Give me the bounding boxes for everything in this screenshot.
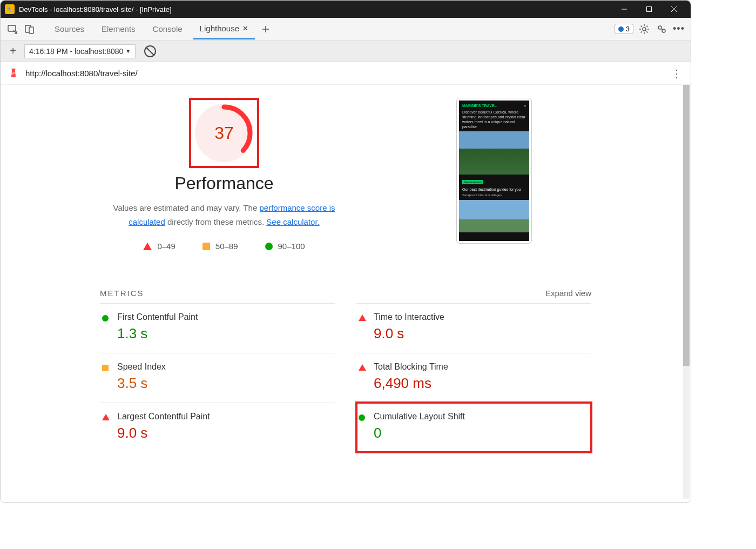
metric-value: 9.0 s xyxy=(117,425,333,441)
metric-value: 0 xyxy=(374,425,589,441)
performance-gauge: 37 xyxy=(195,104,253,162)
devtools-app-icon: 🔧 xyxy=(5,4,15,14)
close-button[interactable] xyxy=(662,1,686,18)
metrics-label: METRICS xyxy=(100,289,144,298)
tab-lighthouse[interactable]: Lighthouse ✕ xyxy=(193,18,255,39)
gear-icon xyxy=(639,24,650,35)
performance-score: 37 xyxy=(214,123,234,143)
more-horizontal-icon: ••• xyxy=(673,23,685,35)
legend-average: 50–89 xyxy=(202,242,238,251)
tab-console[interactable]: Console xyxy=(146,18,189,39)
thumb-secondary-image xyxy=(459,200,529,232)
metric-value: 3.5 s xyxy=(117,375,333,392)
minimize-button[interactable] xyxy=(612,1,637,18)
svg-point-9 xyxy=(643,28,646,31)
performance-section: 37 Performance Values are estimated and … xyxy=(100,98,348,251)
metric-name: Total Blocking Time xyxy=(374,362,589,372)
thumb-sub: Our best destination guides for you xyxy=(462,188,526,191)
svg-line-16 xyxy=(646,25,647,26)
svg-rect-1 xyxy=(647,7,652,12)
triangle-red-icon xyxy=(359,364,366,371)
metric-value: 6,490 ms xyxy=(374,375,589,392)
report-scroll-area[interactable]: 37 Performance Values are estimated and … xyxy=(1,85,691,502)
issues-counter[interactable]: 3 xyxy=(615,24,633,34)
devtools-tabs-row: Sources Elements Console Lighthouse ✕ 3 … xyxy=(1,18,691,41)
activity-icon xyxy=(656,24,667,35)
legend-fail: 0–49 xyxy=(143,242,175,251)
metric-name: Speed Index xyxy=(117,362,333,372)
scrollbar-thumb[interactable] xyxy=(683,85,690,366)
issues-dot-icon xyxy=(618,26,624,32)
chevron-down-icon: ▼ xyxy=(125,48,131,54)
clear-all-button[interactable] xyxy=(144,45,156,57)
report-menu-button[interactable]: ⋮ xyxy=(670,67,683,80)
metric-total-blocking-time[interactable]: Total Blocking Time6,490 ms xyxy=(356,353,591,403)
tab-close-icon[interactable]: ✕ xyxy=(242,24,248,32)
maximize-icon xyxy=(646,6,652,12)
metric-speed-index[interactable]: Speed Index3.5 s xyxy=(100,353,335,403)
new-report-button[interactable]: + xyxy=(7,45,19,57)
tab-elements[interactable]: Elements xyxy=(95,18,142,39)
thumb-badge: Destinations xyxy=(462,180,483,184)
performance-gauge-highlight: 37 xyxy=(189,98,259,168)
metrics-header: METRICS Expand view xyxy=(100,289,591,303)
triangle-red-icon xyxy=(102,414,110,420)
svg-rect-21 xyxy=(12,68,16,69)
activity-button[interactable] xyxy=(655,23,668,36)
inspect-element-icon[interactable] xyxy=(6,23,19,36)
close-icon xyxy=(671,6,677,12)
new-tab-button[interactable] xyxy=(259,18,272,39)
triangle-red-icon xyxy=(143,243,152,250)
page-screenshot-thumbnail: MARGIE'S TRAVEL≡ Discover beautiful Cors… xyxy=(456,98,532,244)
metric-name: Largest Contentful Paint xyxy=(117,412,333,421)
lighthouse-report: 37 Performance Values are estimated and … xyxy=(100,85,591,452)
more-button[interactable]: ••• xyxy=(672,23,685,36)
svg-line-17 xyxy=(641,31,642,32)
performance-title: Performance xyxy=(100,173,348,193)
panel-tabs: Sources Elements Console Lighthouse ✕ xyxy=(48,18,272,39)
metric-value: 9.0 s xyxy=(374,325,589,342)
report-selector[interactable]: 4:16:18 PM - localhost:8080 ▼ xyxy=(24,44,136,58)
triangle-red-icon xyxy=(359,314,366,321)
issues-count: 3 xyxy=(626,25,630,33)
metric-name: Cumulative Layout Shift xyxy=(374,412,589,421)
tab-sources[interactable]: Sources xyxy=(48,18,91,39)
svg-rect-6 xyxy=(29,27,33,34)
report-url-bar: http://localhost:8080/travel-site/ ⋮ xyxy=(1,62,691,85)
window-titlebar: 🔧 DevTools - localhost:8080/travel-site/… xyxy=(1,1,691,18)
maximize-button[interactable] xyxy=(637,1,662,18)
thumb-hero-image xyxy=(459,131,529,175)
svg-rect-4 xyxy=(8,25,16,31)
metric-name: First Contentful Paint xyxy=(117,312,333,322)
see-calculator-link[interactable]: See calculator. xyxy=(266,217,319,226)
metric-name: Time to Interactive xyxy=(374,312,589,322)
thumb-tiny: Sarajevo's hills and villages xyxy=(462,193,526,197)
lighthouse-toolbar: + 4:16:18 PM - localhost:8080 ▼ xyxy=(1,41,691,62)
performance-description: Values are estimated and may vary. The p… xyxy=(100,201,348,229)
lighthouse-logo-icon xyxy=(8,68,19,79)
score-legend: 0–49 50–89 90–100 xyxy=(100,242,348,251)
legend-pass: 90–100 xyxy=(265,242,305,251)
hamburger-icon: ≡ xyxy=(524,104,526,108)
thumb-brand: MARGIE'S TRAVEL xyxy=(462,104,497,108)
metric-cumulative-layout-shift[interactable]: Cumulative Layout Shift0 xyxy=(356,403,591,452)
thumb-hero-text: Discover beautiful Corsica, where stunni… xyxy=(462,110,526,129)
device-toolbar-icon[interactable] xyxy=(23,23,36,36)
window-controls xyxy=(612,1,686,18)
settings-button[interactable] xyxy=(638,23,651,36)
svg-line-14 xyxy=(641,25,642,26)
minimize-icon xyxy=(621,6,627,12)
square-orange-icon xyxy=(102,365,109,371)
circle-green-icon xyxy=(265,243,273,250)
report-timestamp: 4:16:18 PM - localhost:8080 xyxy=(29,47,123,56)
plus-icon xyxy=(261,25,270,34)
window-title: DevTools - localhost:8080/travel-site/ -… xyxy=(19,5,612,14)
svg-line-20 xyxy=(661,29,663,30)
expand-view-link[interactable]: Expand view xyxy=(545,289,591,298)
metric-first-contentful-paint[interactable]: First Contentful Paint1.3 s xyxy=(100,303,335,353)
circle-green-icon xyxy=(359,414,365,421)
circle-green-icon xyxy=(102,315,109,322)
metric-time-to-interactive[interactable]: Time to Interactive9.0 s xyxy=(356,303,591,353)
metric-largest-contentful-paint[interactable]: Largest Contentful Paint9.0 s xyxy=(100,403,335,452)
metric-value: 1.3 s xyxy=(117,325,333,342)
